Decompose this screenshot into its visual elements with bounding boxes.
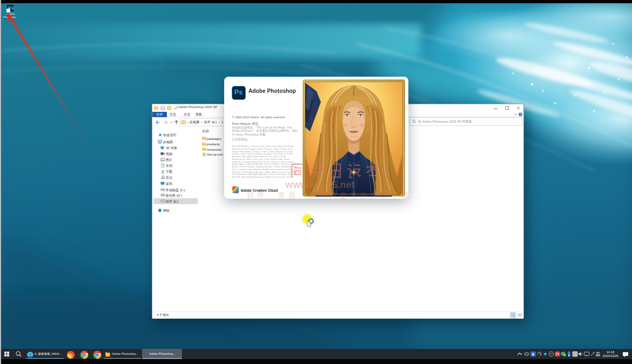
svg-text:www.xs106.net: www.xs106.net	[285, 179, 354, 190]
svg-text:?: ?	[520, 113, 521, 116]
svg-text:软件、资源、资料网盘直接分享下载: 软件、资源、资料网盘直接分享下载	[247, 191, 412, 199]
